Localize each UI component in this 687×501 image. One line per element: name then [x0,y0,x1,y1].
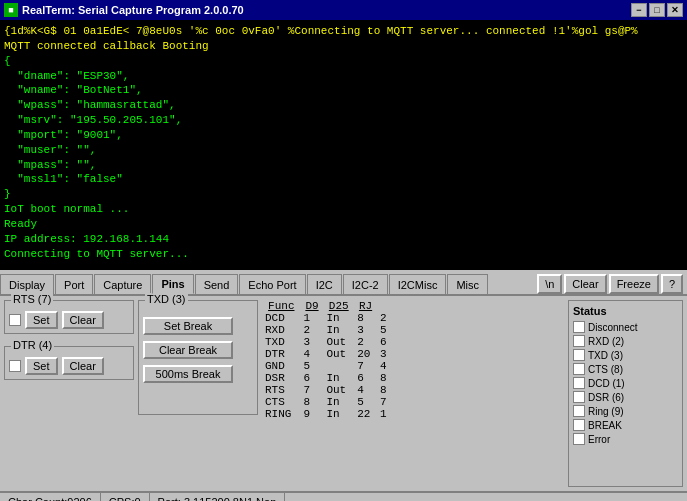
terminal-line10: "mpass": "", [4,159,96,171]
pin-cell: 2 [354,336,377,348]
char-count-value: 9206 [67,496,91,501]
status-checkbox[interactable] [573,349,585,361]
tab-pins[interactable]: Pins [152,274,193,294]
rts-controls: Set Clear [9,311,129,329]
tab-send[interactable]: Send [195,274,239,294]
status-checkbox[interactable] [573,405,585,417]
pin-cell: DTR [262,348,301,360]
titlebar-left: ■ RealTerm: Serial Capture Program 2.0.0… [4,3,244,17]
status-checkbox[interactable] [573,391,585,403]
dtr-clear-button[interactable]: Clear [62,357,104,375]
pin-cell: 8 [354,312,377,324]
dtr-checkbox[interactable] [9,360,21,372]
status-checkbox[interactable] [573,363,585,375]
help-button[interactable]: ? [661,274,683,294]
tab-misc[interactable]: Misc [447,274,488,294]
tab-i2c[interactable]: I2C [307,274,342,294]
pin-cell: 7 [377,396,392,408]
pin-cell: 1 [377,408,392,420]
status-checkbox[interactable] [573,321,585,333]
newline-button[interactable]: \n [537,274,562,294]
toolbar-area: \n Clear Freeze ? [537,274,687,294]
500ms-break-button[interactable]: 500ms Break [143,365,233,383]
clear-button[interactable]: Clear [564,274,606,294]
status-items: DisconnectRXD (2)TXD (3)CTS (8)DCD (1)DS… [573,321,678,445]
status-checkbox[interactable] [573,419,585,431]
port-info-text: Port: 3 115200 8N1 Non [158,496,277,501]
terminal-line15: IP address: 192.168.1.144 [4,233,169,245]
pin-table-row: DTR4Out203 [262,348,392,360]
status-row: RXD (2) [573,335,678,347]
pin-cell: 6 [354,372,377,384]
terminal-content: {1d%K<G$ 01 0a1EdE< 7@8eU0s '%c 0oc 0vFa… [4,24,683,262]
pin-table-row: GND574 [262,360,392,372]
rts-clear-button[interactable]: Clear [62,311,104,329]
pin-cell: 2 [301,324,324,336]
maximize-button[interactable]: □ [649,3,665,17]
minimize-button[interactable]: − [631,3,647,17]
status-label: Disconnect [588,322,637,333]
cps: CPS: 0 [101,493,150,501]
status-checkbox[interactable] [573,377,585,389]
txd-group: TXD (3) Set Break Clear Break 500ms Brea… [138,300,258,415]
terminal-line5: "wname": "BotNet1", [4,84,143,96]
set-break-button[interactable]: Set Break [143,317,233,335]
col-rj2 [377,300,392,312]
tab-i2c2[interactable]: I2C-2 [343,274,388,294]
status-label: DCD (1) [588,378,625,389]
status-row: DSR (6) [573,391,678,403]
pin-cell: In [323,408,354,420]
status-label: TXD (3) [588,350,623,361]
port-info: Port: 3 115200 8N1 Non [150,493,286,501]
pin-cell: 20 [354,348,377,360]
pin-table-row: DSR6In68 [262,372,392,384]
pin-cell: Out [323,336,354,348]
pin-table-row: RING9In221 [262,408,392,420]
tab-port[interactable]: Port [55,274,93,294]
pin-cell: In [323,372,354,384]
pin-cell: In [323,324,354,336]
pin-cell: 4 [377,360,392,372]
pin-cell: Out [323,384,354,396]
pin-cell: Out [323,348,354,360]
tab-echoport[interactable]: Echo Port [239,274,305,294]
col-d9: D9 [301,300,324,312]
rts-checkbox[interactable] [9,314,21,326]
pin-cell: 2 [377,312,392,324]
tab-capture[interactable]: Capture [94,274,151,294]
close-button[interactable]: ✕ [667,3,683,17]
status-label: DSR (6) [588,392,624,403]
pin-cell: GND [262,360,301,372]
char-count-label: Char Count: [8,496,67,501]
dtr-set-button[interactable]: Set [25,357,58,375]
tab-display[interactable]: Display [0,274,54,294]
status-row: Error [573,433,678,445]
status-row: Ring (9) [573,405,678,417]
titlebar-buttons: − □ ✕ [631,3,683,17]
pin-cell: 7 [301,384,324,396]
rts-group: RTS (7) Set Clear [4,300,134,334]
pin-cell: 8 [301,396,324,408]
tab-i2cmisc[interactable]: I2CMisc [389,274,447,294]
pin-cell: In [323,312,354,324]
tab-bar: Display Port Capture Pins Send Echo Port… [0,270,687,296]
status-label: Error [588,434,610,445]
pin-cell [323,360,354,372]
status-checkbox[interactable] [573,433,585,445]
clear-break-button[interactable]: Clear Break [143,341,233,359]
pin-table-panel: Func D9 D25 RJ DCD1In82RXD2In35TXD3Out26… [262,300,392,487]
terminal-line13: IoT boot normal ... [4,203,129,215]
pins-content: RTS (7) Set Clear DTR (4) Set Clear TXD … [0,296,687,491]
pin-cell: RING [262,408,301,420]
pin-table-row: RTS7Out48 [262,384,392,396]
status-label: Ring (9) [588,406,624,417]
status-row: BREAK [573,419,678,431]
rts-set-button[interactable]: Set [25,311,58,329]
freeze-button[interactable]: Freeze [609,274,659,294]
status-checkbox[interactable] [573,335,585,347]
pin-cell: RTS [262,384,301,396]
cps-value: 0 [134,496,140,501]
pin-cell: 6 [301,372,324,384]
terminal-display: {1d%K<G$ 01 0a1EdE< 7@8eU0s '%c 0oc 0vFa… [0,20,687,270]
pin-cell: 5 [301,360,324,372]
